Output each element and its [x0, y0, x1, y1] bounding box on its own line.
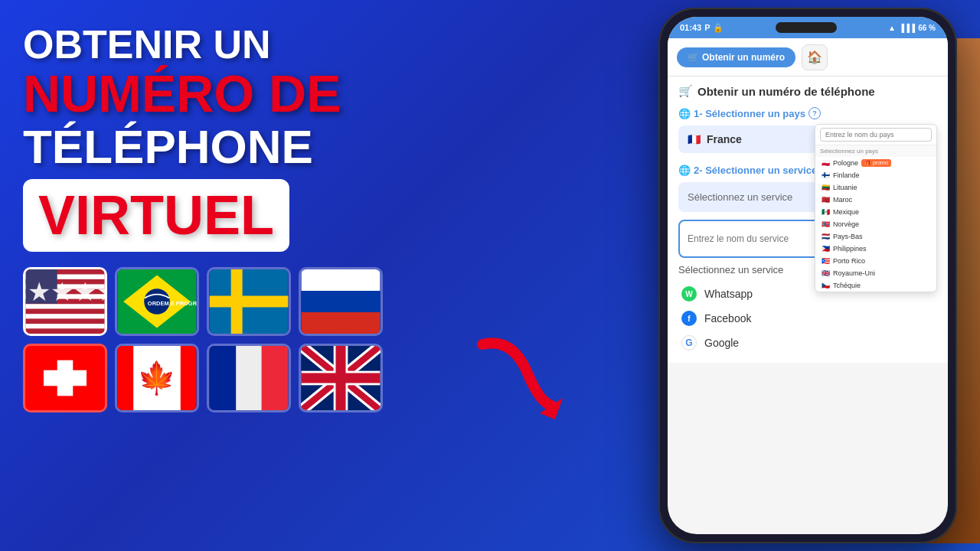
cart-icon-2: 🛒: [678, 84, 693, 98]
title-line2: NUMÉRO DE: [23, 67, 467, 121]
czech-flag: 🇨🇿: [822, 282, 830, 289]
phone-screen: 01:43 P 🔒 ▲ ▐▐▐ 66 % 🛒 Obtenir un numéro: [668, 17, 948, 534]
dropdown-section-label: Sélectionnez un pays: [815, 145, 936, 157]
svg-rect-10: [26, 314, 105, 318]
flag-switzerland: [23, 344, 107, 412]
status-right: ▲ ▐▐▐ 66 %: [888, 24, 936, 32]
status-time: 01:43: [680, 23, 701, 32]
title-line1: OBTENIR UN: [23, 23, 467, 67]
svg-text:★★★★★★★★★: ★★★★★★★★★: [28, 278, 105, 306]
dropdown-item-portoric[interactable]: 🇵🇷 Porto Rico: [815, 255, 936, 267]
google-label: Google: [704, 337, 739, 349]
uk-flag: 🇬🇧: [822, 269, 830, 277]
dropdown-item-norvege[interactable]: 🇳🇴 Norvège: [815, 218, 936, 230]
country-dropdown: Sélectionnez un pays 🇵🇱 Pologne 🎁 promo …: [815, 124, 937, 292]
svg-text:🍁: 🍁: [138, 359, 178, 397]
app-content: 🛒 Obtenir un numéro de téléphone 🌐 1- Sé…: [668, 77, 948, 363]
main-section-title: 🛒 Obtenir un numéro de téléphone: [678, 84, 937, 98]
netherlands-flag: 🇳🇱: [822, 233, 830, 240]
battery-level: 66 %: [918, 24, 936, 32]
cart-icon: 🛒: [688, 52, 699, 63]
flag-uk: [299, 344, 383, 412]
globe-icon-2: 🌐: [678, 165, 691, 176]
country-name-norvege: Norvège: [833, 220, 859, 228]
svg-rect-11: [26, 318, 105, 323]
signal-icon: ▐▐▐: [899, 24, 915, 32]
puertorico-flag: 🇵🇷: [822, 257, 830, 265]
flag-canada: 🍁: [115, 344, 199, 412]
country-name-paysbas: Pays-Bas: [833, 233, 863, 240]
svg-rect-43: [302, 373, 381, 383]
flag-brazil: ORDEM E PROGRESSO: [115, 267, 199, 336]
country-name-maroc: Maroc: [833, 196, 852, 204]
dropdown-item-philippines[interactable]: 🇵🇭 Philippines: [815, 243, 936, 255]
virtuel-box: VIRTUEL: [23, 179, 289, 252]
globe-icon: 🌐: [678, 108, 691, 119]
svg-rect-28: [44, 370, 87, 386]
info-icon-1: ?: [808, 107, 821, 119]
main-section-title-text: Obtenir un numéro de téléphone: [697, 85, 875, 98]
service-item-google[interactable]: G Google: [678, 331, 937, 355]
notch: [776, 22, 837, 33]
phone-body: 01:43 P 🔒 ▲ ▐▐▐ 66 % 🛒 Obtenir un numéro: [658, 8, 957, 543]
whatsapp-label: Whatsapp: [704, 288, 753, 300]
section1-label: 🌐 1- Sélectionner un pays ?: [678, 107, 937, 119]
status-lock-icon: 🔒: [713, 23, 724, 33]
country-name-portoric: Porto Rico: [833, 257, 865, 265]
country-name-pologne: Pologne: [833, 159, 858, 167]
dropdown-item-paysbas[interactable]: 🇳🇱 Pays-Bas: [815, 230, 936, 243]
service-item-facebook[interactable]: f Facebook: [678, 306, 937, 331]
svg-text:ORDEM E PROGRESSO: ORDEM E PROGRESSO: [148, 300, 197, 307]
svg-rect-13: [26, 328, 105, 333]
svg-rect-34: [262, 346, 289, 410]
facebook-label: Facebook: [704, 312, 751, 324]
country-name-lituanie: Lituanie: [833, 184, 858, 191]
country-search-input[interactable]: [820, 128, 932, 142]
whatsapp-dot: W: [681, 286, 697, 302]
dropdown-item-pologne[interactable]: 🇵🇱 Pologne 🎁 promo: [815, 157, 936, 169]
france-flag-icon: 🇫🇷: [688, 133, 701, 145]
dropdown-item-lituanie[interactable]: 🇱🇹 Lituanie: [815, 181, 936, 194]
facebook-dot: f: [681, 311, 697, 326]
svg-rect-25: [302, 312, 381, 334]
svg-rect-32: [210, 346, 237, 410]
obtenir-numero-button[interactable]: 🛒 Obtenir un numéro: [677, 47, 795, 67]
selected-country-name: France: [707, 133, 742, 145]
morocco-flag: 🇲🇦: [822, 196, 830, 204]
philippines-flag: 🇵🇭: [822, 245, 830, 253]
status-bar: 01:43 P 🔒 ▲ ▐▐▐ 66 %: [668, 17, 948, 38]
svg-rect-9: [26, 309, 105, 314]
home-button[interactable]: 🏠: [802, 44, 828, 70]
finland-flag: 🇫🇮: [822, 171, 830, 179]
google-dot: G: [681, 335, 697, 350]
svg-rect-12: [26, 324, 105, 328]
flag-france: [207, 344, 291, 412]
left-panel: OBTENIR UN NUMÉRO DE TÉLÉPHONE VIRTUEL: [23, 23, 467, 412]
home-icon: 🏠: [807, 50, 822, 64]
poland-flag: 🇵🇱: [822, 159, 830, 167]
service-placeholder-text: Sélectionnez un service: [688, 191, 792, 203]
arrow-indicator: [467, 329, 574, 421]
wifi-icon: ▲: [888, 24, 896, 32]
dropdown-item-royaumeuni[interactable]: 🇬🇧 Royaume-Uni: [815, 267, 936, 279]
country-name-philippines: Philippines: [833, 245, 867, 253]
dropdown-item-mexique[interactable]: 🇲🇽 Mexique: [815, 206, 936, 218]
mexico-flag: 🇲🇽: [822, 208, 830, 216]
svg-rect-23: [302, 269, 381, 291]
promo-badge: 🎁 promo: [861, 159, 891, 167]
status-carrier: P: [704, 23, 710, 32]
title-virtuel: VIRTUEL: [38, 185, 274, 246]
svg-rect-33: [236, 346, 262, 410]
dropdown-item-tcheque[interactable]: 🇨🇿 Tchéquie: [815, 279, 936, 292]
dropdown-item-maroc[interactable]: 🇲🇦 Maroc: [815, 194, 936, 206]
country-selector-wrapper: 🇫🇷 France Sélectionnez un pays 🇵🇱 Pologn…: [678, 126, 937, 153]
flag-usa: ★★★★★★★★★: [23, 267, 107, 336]
country-name-mexique: Mexique: [833, 208, 859, 216]
dropdown-item-finlande[interactable]: 🇫🇮 Finlande: [815, 169, 936, 181]
svg-rect-24: [302, 291, 381, 312]
section1-label-text: 1- Sélectionner un pays: [694, 108, 805, 119]
svg-rect-22: [210, 295, 289, 307]
country-name-royaumeuni: Royaume-Uni: [833, 269, 875, 277]
phone-mockup: 01:43 P 🔒 ▲ ▐▐▐ 66 % 🛒 Obtenir un numéro: [658, 8, 957, 543]
flag-sweden: [207, 267, 291, 336]
